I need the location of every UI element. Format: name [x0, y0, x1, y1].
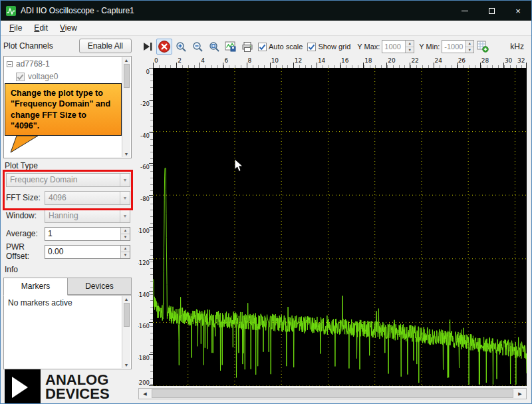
x-ruler: 02468101214161820222426283032 — [153, 57, 527, 68]
plot-type-section-label: Plot Type — [5, 161, 137, 170]
zoom-fit-icon — [209, 41, 220, 53]
scroll-down-icon[interactable]: ▼ — [124, 152, 129, 156]
logo-line2: DEVICES — [45, 387, 110, 401]
stop-capture-button[interactable] — [156, 39, 172, 55]
spin-up-icon[interactable]: ▲ — [406, 41, 414, 47]
scroll-up-icon[interactable]: ▲ — [124, 297, 129, 302]
spin-up-icon[interactable]: ▲ — [466, 41, 473, 47]
chevron-down-icon[interactable]: ▼ — [120, 174, 130, 186]
save-plot-icon — [225, 41, 237, 53]
y-max-label: Y Max: — [357, 43, 380, 51]
pwr-offset-spinbox[interactable]: 0.00 ▲ ▼ — [45, 245, 130, 259]
y-max-value[interactable]: 1000 — [382, 41, 405, 53]
markers-scrollbar[interactable]: ▲ ▼ — [122, 296, 130, 368]
tab-markers[interactable]: Markers — [3, 278, 68, 296]
scroll-thumb[interactable] — [124, 64, 130, 88]
auto-scale-checkbox[interactable] — [258, 43, 267, 51]
markers-panel: No markers active ▲ ▼ — [3, 295, 132, 369]
markers-empty-text: No markers active — [4, 296, 131, 310]
new-plot-button[interactable] — [475, 39, 491, 55]
plot-type-dropdown[interactable]: Frequency Domain ▼ — [6, 173, 130, 187]
spin-up-icon[interactable]: ▲ — [121, 228, 130, 234]
titlebar[interactable]: ADI IIO Oscilloscope - Capture1 × — [1, 1, 531, 21]
channel-label: voltage0 — [28, 72, 58, 81]
zoom-out-icon — [192, 41, 203, 53]
channel-list-scrollbar[interactable]: ▲ ▼ — [122, 57, 130, 157]
new-plot-icon — [477, 41, 489, 53]
fft-plot[interactable] — [153, 68, 527, 386]
plot-region: 02468101214161820222426283032 0-20-40-60… — [138, 57, 527, 399]
window-dropdown[interactable]: Hanning ▼ — [45, 209, 130, 223]
scrollbar-thumb[interactable] — [152, 389, 513, 398]
close-button[interactable]: × — [505, 1, 531, 21]
y-ruler: 0-20-40-60-80-100-120-140-160-180-200 — [138, 68, 153, 386]
minimize-button[interactable] — [452, 1, 478, 21]
play-to-end-icon — [142, 42, 153, 51]
spin-up-icon[interactable]: ▲ — [121, 246, 130, 252]
menubar: File Edit View — [1, 21, 531, 36]
y-min-label: Y Min: — [419, 43, 440, 51]
scroll-left-icon[interactable]: ◀ — [139, 389, 151, 399]
fft-size-dropdown[interactable]: 4096 ▼ — [45, 191, 130, 205]
instruction-callout: Change the plot type to "Frequency Domai… — [5, 83, 122, 153]
zoom-in-button[interactable] — [173, 39, 189, 55]
auto-scale-label: Auto scale — [269, 43, 303, 51]
app-window: ADI IIO Oscilloscope - Capture1 × File E… — [0, 0, 532, 404]
chevron-down-icon[interactable]: ▼ — [120, 210, 130, 222]
pwr-offset-label: PWR Offset: — [6, 242, 45, 261]
zoom-fit-button[interactable] — [206, 39, 222, 55]
menu-view[interactable]: View — [54, 21, 83, 35]
x-axis-unit-label: kHz — [510, 42, 525, 51]
scroll-right-icon[interactable]: ▶ — [514, 389, 526, 399]
stop-x-icon — [158, 40, 171, 53]
scroll-up-icon[interactable]: ▲ — [124, 58, 129, 63]
tree-collapse-icon[interactable] — [7, 61, 13, 67]
info-section-label: Info — [5, 265, 137, 274]
print-button[interactable] — [239, 39, 255, 55]
zoom-out-button[interactable] — [190, 39, 205, 55]
capture-play-button[interactable] — [140, 39, 156, 55]
tab-devices[interactable]: Devices — [68, 278, 132, 295]
plot-horizontal-scrollbar[interactable]: ◀ ▶ — [138, 388, 527, 399]
analog-devices-logo: ANALOG DEVICES — [5, 369, 137, 404]
show-grid-checkbox-row: Show grid — [307, 43, 350, 51]
fft-size-label: FFT Size: — [6, 193, 45, 202]
spin-down-icon[interactable]: ▼ — [121, 252, 130, 258]
spin-down-icon[interactable]: ▼ — [466, 47, 473, 53]
printer-icon — [241, 41, 253, 53]
y-min-spinbox[interactable]: -1000 ▲ ▼ — [442, 40, 474, 53]
adi-triangle-icon — [5, 369, 41, 404]
y-max-spinbox[interactable]: 1000 ▲ ▼ — [382, 40, 414, 53]
y-min-value[interactable]: -1000 — [442, 41, 465, 53]
save-plot-button[interactable] — [223, 39, 239, 55]
average-spinbox[interactable]: 1 ▲ ▼ — [45, 227, 130, 241]
callout-text: Change the plot type to "Frequency Domai… — [5, 83, 122, 136]
check-icon — [259, 43, 266, 51]
window-title: ADI IIO Oscilloscope - Capture1 — [21, 6, 134, 15]
menu-file[interactable]: File — [3, 21, 28, 35]
spin-down-icon[interactable]: ▼ — [121, 234, 130, 240]
zoom-in-icon — [176, 41, 187, 53]
fft-size-value: 4096 — [45, 193, 120, 202]
callout-tail — [9, 135, 39, 153]
window-value: Hanning — [45, 211, 120, 220]
channel-row-voltage0: voltage0 — [16, 72, 131, 81]
pwr-offset-value[interactable]: 0.00 — [45, 246, 120, 258]
sidebar: Plot Channels Enable All ad7768-1 voltag… — [1, 36, 137, 403]
app-icon — [6, 6, 16, 16]
maximize-button[interactable] — [478, 1, 505, 21]
plot-channels-label: Plot Channels — [3, 41, 53, 51]
auto-scale-checkbox-row: Auto scale — [258, 43, 303, 51]
menu-edit[interactable]: Edit — [28, 21, 54, 35]
spin-down-icon[interactable]: ▼ — [406, 47, 414, 53]
voltage0-checkbox[interactable] — [16, 73, 25, 81]
scroll-thumb[interactable] — [124, 303, 130, 327]
show-grid-checkbox[interactable] — [307, 43, 316, 51]
plot-type-value: Frequency Domain — [7, 175, 120, 184]
average-value[interactable]: 1 — [45, 228, 120, 240]
chevron-down-icon[interactable]: ▼ — [120, 192, 130, 204]
enable-all-button[interactable]: Enable All — [79, 39, 132, 53]
scroll-down-icon[interactable]: ▼ — [124, 363, 129, 367]
window-label: Window: — [6, 211, 45, 220]
scrollbar-track[interactable] — [151, 389, 514, 399]
